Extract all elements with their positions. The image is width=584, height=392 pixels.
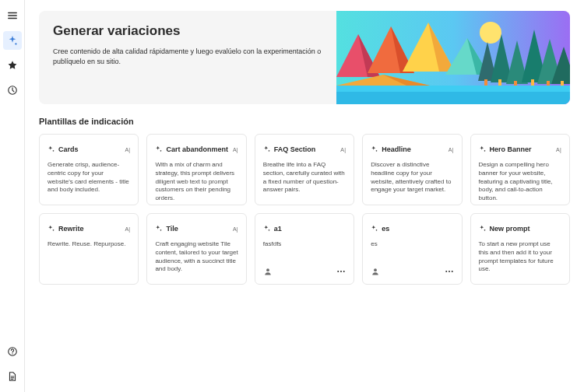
sidebar <box>0 0 25 392</box>
template-card[interactable]: TileA|Craft engaging website Tile conten… <box>146 213 246 285</box>
card-description: Generate crisp, audience-centric copy fo… <box>47 161 130 194</box>
adobe-badge: A| <box>125 226 131 232</box>
svg-rect-26 <box>336 86 570 92</box>
card-description: To start a new prompt use this and then … <box>479 240 561 274</box>
history-icon[interactable] <box>3 81 22 100</box>
main-content: Generar variaciones Cree contenido de al… <box>25 0 584 392</box>
card-title: a1 <box>274 225 282 233</box>
sparkle-icon <box>47 142 55 156</box>
generate-icon[interactable] <box>3 31 22 50</box>
template-card[interactable]: Cart abandonmentA|With a mix of charm an… <box>146 134 246 205</box>
sparkle-icon <box>371 142 378 156</box>
card-description: Craft engaging website Tile content, tai… <box>155 240 237 274</box>
template-grid: CardsA|Generate crisp, audience-centric … <box>39 134 570 285</box>
card-title: FAQ Section <box>274 145 316 153</box>
adobe-badge: A| <box>340 147 346 152</box>
sparkle-icon <box>263 142 271 156</box>
template-card[interactable]: CardsA|Generate crisp, audience-centric … <box>39 134 139 205</box>
card-description: Breathe life into a FAQ section, careful… <box>263 161 346 194</box>
more-icon[interactable] <box>336 265 346 279</box>
menu-icon[interactable] <box>3 6 22 25</box>
card-title: Cart abandonment <box>166 145 228 153</box>
svg-point-35 <box>449 271 450 272</box>
template-card[interactable]: Hero BannerA|Design a compelling hero ba… <box>470 134 570 205</box>
svg-point-2 <box>12 353 12 354</box>
template-card[interactable]: FAQ SectionA|Breathe life into a FAQ sec… <box>255 134 354 205</box>
svg-point-29 <box>266 268 269 271</box>
card-title: Cards <box>58 145 79 153</box>
card-title: Tile <box>166 225 178 233</box>
section-title: Plantillas de indicación <box>39 117 570 126</box>
adobe-badge: A| <box>556 147 561 152</box>
document-icon[interactable] <box>3 367 22 386</box>
card-title: Headline <box>382 145 411 153</box>
adobe-badge: A| <box>449 147 454 152</box>
template-card[interactable]: New promptTo start a new prompt use this… <box>470 213 570 285</box>
sparkle-icon <box>47 222 55 236</box>
card-description: Rewrite. Reuse. Repurpose. <box>47 240 130 249</box>
adobe-badge: A| <box>233 226 238 232</box>
sparkle-icon <box>263 222 271 236</box>
svg-point-30 <box>337 271 339 272</box>
adobe-badge: A| <box>125 147 131 152</box>
sparkle-icon <box>479 142 487 156</box>
svg-point-34 <box>445 271 447 272</box>
template-card[interactable]: HeadlineA|Discover a distinctive headlin… <box>362 134 462 205</box>
hero-illustration <box>336 11 570 104</box>
card-title: New prompt <box>490 225 530 233</box>
adobe-badge: A| <box>233 147 238 152</box>
card-title: es <box>382 225 389 233</box>
sparkle-icon <box>155 142 163 156</box>
card-description: es <box>371 240 453 249</box>
author-icon <box>263 265 273 279</box>
card-description: Discover a distinctive headline copy for… <box>371 161 453 194</box>
template-card[interactable]: RewriteA|Rewrite. Reuse. Repurpose. <box>39 213 139 285</box>
template-card[interactable]: a1fasfdfs <box>255 213 354 285</box>
favorites-icon[interactable] <box>3 56 22 75</box>
more-icon[interactable] <box>445 265 454 279</box>
svg-point-4 <box>480 22 501 44</box>
author-icon <box>371 265 380 279</box>
svg-point-31 <box>340 271 342 272</box>
sparkle-icon <box>155 222 163 236</box>
card-title: Rewrite <box>58 225 84 233</box>
card-description: fasfdfs <box>263 240 346 249</box>
svg-point-32 <box>343 271 345 272</box>
page-subtitle: Cree contenido de alta calidad rápidamen… <box>53 47 322 66</box>
hero-banner: Generar variaciones Cree contenido de al… <box>39 11 570 104</box>
help-icon[interactable] <box>3 342 22 361</box>
card-description: With a mix of charm and strategy, this p… <box>155 161 237 203</box>
svg-point-36 <box>451 271 452 272</box>
page-title: Generar variaciones <box>53 23 322 39</box>
sparkle-icon <box>479 222 487 236</box>
template-card[interactable]: eses <box>362 213 462 285</box>
sparkle-icon <box>371 222 378 236</box>
svg-point-33 <box>374 268 377 271</box>
card-description: Design a compelling hero banner for your… <box>479 161 561 203</box>
card-title: Hero Banner <box>490 145 532 153</box>
